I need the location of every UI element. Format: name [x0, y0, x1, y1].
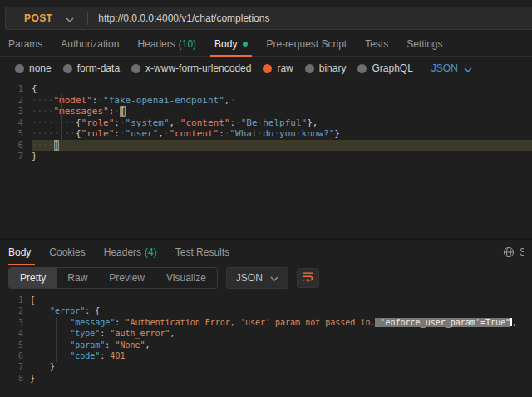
body-modified-dot-icon	[243, 42, 248, 47]
code-line[interactable]: 3 "message": "Authentication Error, 'use…	[0, 317, 532, 328]
request-url-bar: POST	[5, 7, 532, 30]
chevron-down-icon	[464, 61, 472, 76]
code-line[interactable]: 2····"model":·"fake-openai-endpoint",·	[0, 95, 532, 107]
radio-selected-icon	[263, 64, 272, 73]
request-url-row: POST	[0, 0, 532, 30]
active-tab-underline	[210, 55, 252, 57]
line-number: 7	[0, 151, 32, 162]
line-number: 3	[0, 106, 32, 117]
tab-params[interactable]: Params	[8, 32, 52, 56]
body-type-raw[interactable]: raw	[263, 62, 293, 74]
response-language-selector[interactable]: JSON	[226, 267, 288, 289]
line-number: 6	[0, 350, 30, 361]
response-body-viewer[interactable]: 1{2 "error": {3 "message": "Authenticati…	[0, 291, 532, 397]
code-line[interactable]: 1{	[0, 295, 532, 305]
response-view-switch: Pretty Raw Preview Visualize	[8, 267, 218, 289]
postman-window: POST Params Authorization Headers (10) B…	[0, 0, 532, 397]
tab-authorization[interactable]: Authorization	[52, 32, 128, 56]
line-number: 5	[0, 340, 30, 350]
request-body-editor[interactable]: 1{2····"model":·"fake-openai-endpoint",·…	[0, 80, 532, 240]
body-type-binary[interactable]: binary	[305, 62, 347, 74]
line-number: 5	[0, 128, 32, 140]
tab-pre-request-script[interactable]: Pre-request Script	[257, 32, 356, 56]
resp-tab-cookies[interactable]: Cookies	[40, 240, 94, 265]
resp-tab-body[interactable]: Body	[8, 240, 40, 265]
divider	[87, 12, 88, 25]
response-headers-count-badge: (4)	[145, 246, 157, 258]
radio-icon	[131, 64, 140, 73]
line-number: 2	[0, 305, 30, 316]
line-number: 8	[0, 373, 30, 384]
radio-icon	[15, 64, 24, 73]
indent-guide	[61, 94, 62, 151]
view-visualize[interactable]: Visualize	[155, 268, 217, 288]
response-tabs: Body Cookies Headers (4) Test Results S	[0, 240, 532, 265]
code-line[interactable]: 8}	[0, 373, 532, 384]
line-number: 4	[0, 117, 32, 129]
method-label: POST	[24, 12, 52, 24]
code-line[interactable]: 6····]	[0, 140, 532, 151]
active-tab-underline	[8, 264, 35, 265]
chevron-down-icon	[66, 11, 74, 26]
code-line[interactable]: 4 "type": "auth_error",	[0, 328, 532, 339]
url-input[interactable]	[98, 12, 532, 24]
code-line[interactable]: 4········{"role":·"system",·"content":·"…	[0, 117, 532, 129]
code-line[interactable]: 7}	[0, 151, 532, 162]
headers-count-badge: (10)	[179, 38, 196, 50]
chevron-down-icon	[270, 272, 278, 284]
response-toolbar: Pretty Raw Preview Visualize JSON	[0, 265, 532, 291]
resp-tab-headers[interactable]: Headers (4)	[95, 240, 166, 265]
code-line[interactable]: 6 "code": 401	[0, 350, 532, 361]
body-type-x-www-form-urlencoded[interactable]: x-www-form-urlencoded	[131, 62, 251, 74]
code-line[interactable]: 2 "error": {	[0, 305, 532, 316]
status-text-clipped: S	[520, 246, 524, 258]
radio-icon	[305, 64, 314, 73]
line-number: 1	[0, 83, 32, 95]
line-number: 2	[0, 95, 32, 107]
line-number: 1	[0, 295, 30, 305]
line-number: 6	[0, 140, 32, 151]
view-pretty[interactable]: Pretty	[9, 268, 57, 288]
body-type-form-data[interactable]: form-data	[63, 62, 120, 74]
code-line[interactable]: 1{	[0, 83, 532, 95]
code-line[interactable]: 3····"messages":·[	[0, 106, 532, 117]
code-line[interactable]: 5 "param": "None",	[0, 340, 532, 350]
line-number: 7	[0, 361, 30, 372]
wrap-text-icon	[302, 270, 313, 285]
radio-icon	[357, 64, 367, 73]
indent-guide	[56, 317, 57, 362]
globe-icon[interactable]	[503, 246, 515, 258]
tab-body[interactable]: Body	[205, 32, 257, 56]
view-preview[interactable]: Preview	[98, 268, 155, 288]
tab-tests[interactable]: Tests	[356, 32, 397, 56]
request-tabs: Params Authorization Headers (10) Body P…	[0, 32, 532, 57]
wrap-text-button[interactable]	[297, 268, 319, 288]
method-selector[interactable]: POST	[6, 11, 87, 26]
resp-tab-test-results[interactable]: Test Results	[166, 240, 239, 265]
raw-language-selector[interactable]: JSON	[431, 61, 472, 76]
code-line[interactable]: 7 }	[0, 361, 532, 372]
code-line[interactable]: 5········{"role":·"user",·"content":·"Wh…	[0, 128, 532, 140]
radio-icon	[63, 64, 72, 73]
body-type-none[interactable]: none	[15, 62, 52, 74]
line-number: 3	[0, 317, 30, 328]
tab-headers[interactable]: Headers (10)	[128, 32, 205, 56]
view-raw[interactable]: Raw	[57, 268, 98, 288]
body-type-graphql[interactable]: GraphQL	[357, 62, 412, 74]
selected-text: 'enforce_user_param'=True"	[375, 318, 510, 327]
line-number: 4	[0, 328, 30, 339]
tab-settings[interactable]: Settings	[397, 32, 451, 56]
body-type-row: none form-data x-www-form-urlencoded raw…	[0, 57, 532, 80]
